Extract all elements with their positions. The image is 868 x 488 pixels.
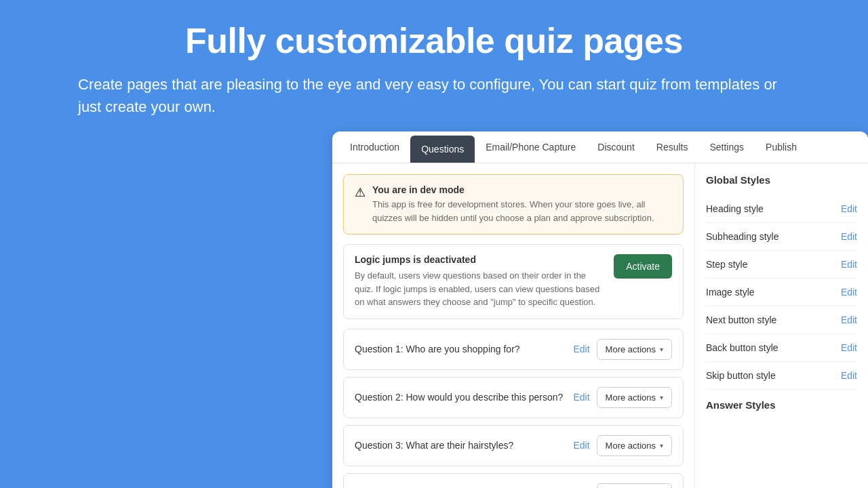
skip-button-style-label: Skip button style bbox=[706, 370, 776, 381]
question-3-more-actions[interactable]: More actions ▾ bbox=[597, 435, 672, 456]
content-area: ⚠ You are in dev mode This app is free f… bbox=[332, 163, 868, 488]
question-3-label: Question 3: What are their hairstyles? bbox=[355, 440, 513, 451]
tab-introduction[interactable]: Introduction bbox=[339, 131, 410, 163]
step-style-edit[interactable]: Edit bbox=[841, 259, 857, 270]
heading-style-edit[interactable]: Edit bbox=[841, 203, 857, 214]
app-container: Introduction Questions Email/Phone Captu… bbox=[332, 131, 868, 488]
image-style-edit[interactable]: Edit bbox=[841, 287, 857, 298]
logic-jumps-text: By default, users view questions based o… bbox=[355, 269, 606, 309]
tabs-bar: Introduction Questions Email/Phone Captu… bbox=[332, 131, 868, 163]
answer-styles-heading: Answer Styles bbox=[706, 399, 857, 411]
activate-button[interactable]: Activate bbox=[614, 254, 672, 279]
back-button-style-label: Back button style bbox=[706, 342, 778, 353]
hero-title: Fully customizable quiz pages bbox=[54, 20, 814, 61]
subheading-style-row: Subheading style Edit bbox=[706, 223, 857, 251]
subheading-style-edit[interactable]: Edit bbox=[841, 231, 857, 242]
question-2-label: Question 2: How would you describe this … bbox=[355, 392, 563, 403]
logic-jumps-title: Logic jumps is deactivated bbox=[355, 254, 606, 265]
hero-section: Fully customizable quiz pages Create pag… bbox=[0, 0, 868, 131]
next-button-style-label: Next button style bbox=[706, 314, 776, 325]
heading-style-label: Heading style bbox=[706, 203, 764, 214]
question-row: Question 4: What size do they wear? Edit… bbox=[343, 473, 684, 489]
back-button-style-row: Back button style Edit bbox=[706, 334, 857, 362]
image-style-label: Image style bbox=[706, 287, 755, 298]
skip-button-style-edit[interactable]: Edit bbox=[841, 370, 857, 381]
question-4-more-actions[interactable]: More actions ▾ bbox=[597, 483, 672, 489]
step-style-label: Step style bbox=[706, 259, 747, 270]
question-1-edit[interactable]: Edit bbox=[573, 344, 589, 354]
question-row: Question 3: What are their hairstyles? E… bbox=[343, 425, 684, 466]
tab-questions[interactable]: Questions bbox=[410, 136, 475, 163]
question-1-more-actions[interactable]: More actions ▾ bbox=[597, 339, 672, 360]
question-1-label: Question 1: Who are you shopping for? bbox=[355, 344, 520, 354]
chevron-down-icon: ▾ bbox=[660, 394, 663, 401]
side-panel: Global Styles Heading style Edit Subhead… bbox=[695, 163, 868, 488]
hero-subtitle: Create pages that are pleasing to the ey… bbox=[78, 73, 790, 118]
question-row: Question 1: Who are you shopping for? Ed… bbox=[343, 329, 684, 370]
question-2-edit[interactable]: Edit bbox=[573, 392, 589, 403]
question-row: Question 2: How would you describe this … bbox=[343, 377, 684, 418]
question-3-edit[interactable]: Edit bbox=[573, 440, 589, 451]
next-button-style-row: Next button style Edit bbox=[706, 306, 857, 334]
tab-results[interactable]: Results bbox=[646, 131, 699, 163]
chevron-down-icon: ▾ bbox=[660, 442, 663, 449]
dev-mode-title: You are in dev mode bbox=[372, 184, 672, 195]
warning-icon: ⚠ bbox=[355, 185, 366, 224]
main-panel: ⚠ You are in dev mode This app is free f… bbox=[332, 163, 695, 488]
tab-publish[interactable]: Publish bbox=[755, 131, 808, 163]
heading-style-row: Heading style Edit bbox=[706, 195, 857, 223]
back-button-style-edit[interactable]: Edit bbox=[841, 342, 857, 353]
tab-settings[interactable]: Settings bbox=[698, 131, 755, 163]
subheading-style-label: Subheading style bbox=[706, 231, 778, 242]
step-style-row: Step style Edit bbox=[706, 251, 857, 279]
dev-mode-alert: ⚠ You are in dev mode This app is free f… bbox=[343, 174, 684, 235]
next-button-style-edit[interactable]: Edit bbox=[841, 314, 857, 325]
skip-button-style-row: Skip button style Edit bbox=[706, 362, 857, 390]
global-styles-heading: Global Styles bbox=[706, 174, 857, 186]
dev-mode-text: This app is free for development stores.… bbox=[372, 198, 672, 224]
tab-discount[interactable]: Discount bbox=[587, 131, 645, 163]
question-2-more-actions[interactable]: More actions ▾ bbox=[597, 387, 672, 408]
tab-email-phone[interactable]: Email/Phone Capture bbox=[475, 131, 587, 163]
image-style-row: Image style Edit bbox=[706, 279, 857, 306]
logic-jumps-box: Logic jumps is deactivated By default, u… bbox=[343, 244, 684, 319]
chevron-down-icon: ▾ bbox=[660, 346, 663, 353]
